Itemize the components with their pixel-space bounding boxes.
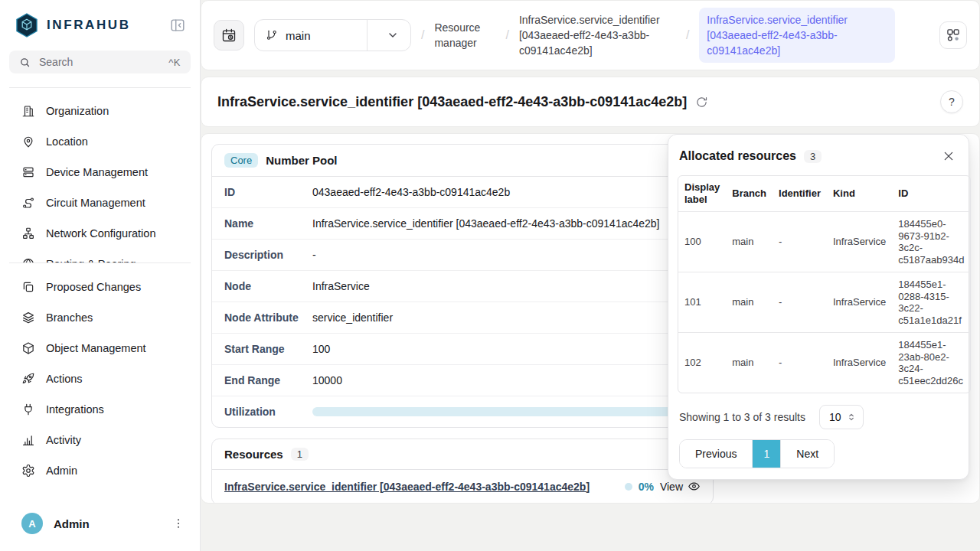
eye-icon: [688, 480, 701, 493]
schema-visualizer-button[interactable]: [939, 21, 967, 49]
sidebar-item-label: Integrations: [46, 403, 104, 416]
sidebar-item-label: Actions: [46, 373, 83, 385]
chevron-up-down-icon: [847, 412, 856, 422]
resource-link[interactable]: InfraService.service_identifier [043aeae…: [224, 481, 590, 493]
sidebar: INFRAHUB Search ^K Organization Locatio: [0, 0, 201, 551]
sidebar-item-label: Device Management: [46, 166, 148, 178]
breadcrumb-separator: /: [421, 28, 424, 42]
sidebar-item-label: Network Configuration: [46, 227, 155, 240]
sidebar-item-activity[interactable]: Activity: [0, 425, 200, 455]
column-header: ID: [892, 176, 970, 211]
refresh-button[interactable]: [695, 96, 708, 109]
cell-identifier: -: [773, 272, 827, 332]
sidebar-item-proposed-changes[interactable]: Proposed Changes: [0, 272, 200, 302]
cell-display-label: 100: [678, 211, 726, 272]
help-button[interactable]: ?: [940, 90, 963, 113]
topbar: main / Resource manager / InfraService.s…: [201, 0, 980, 70]
sidebar-item-object-management[interactable]: Object Management: [0, 333, 200, 364]
column-header: Display label: [678, 176, 726, 211]
table-row[interactable]: 100 main - InfraService 184455e0-9673-91…: [678, 211, 970, 272]
gear-icon: [21, 464, 35, 478]
detail-label: Utilization: [224, 404, 312, 419]
current-page-button[interactable]: 1: [752, 440, 780, 468]
breadcrumb-current[interactable]: InfraService.service_identifier [043aeae…: [699, 8, 895, 63]
pagination-summary: Showing 1 to 3 of 3 results: [679, 411, 805, 423]
pagination-summary-row: Showing 1 to 3 of 3 results 10: [678, 393, 959, 439]
sidebar-item-circuit-management[interactable]: Circuit Management: [0, 187, 200, 218]
allocated-resources-table: Display label Branch Identifier Kind ID …: [678, 175, 971, 393]
resources-card: Resources 1 InfraService.service_identif…: [211, 439, 714, 504]
detail-label: Node Attribute: [224, 310, 312, 325]
detail-label: End Range: [224, 373, 312, 388]
page-title: InfraService.service_identifier [043aeae…: [217, 94, 687, 110]
page-size-select[interactable]: 10: [819, 405, 864, 429]
column-header: Kind: [827, 176, 892, 211]
breadcrumb-separator: /: [686, 28, 689, 42]
detail-label: ID: [224, 184, 312, 200]
sidebar-item-routing-peering[interactable]: Routing & Peering: [0, 249, 200, 262]
table-row[interactable]: 102 main - InfraService 184455e1-23ab-80…: [678, 332, 970, 393]
sidebar-item-label: Object Management: [46, 342, 146, 354]
close-icon: [942, 150, 955, 162]
resource-row-meta: 0% View: [625, 480, 701, 493]
previous-page-button[interactable]: Previous: [680, 440, 752, 468]
plug-icon: [21, 403, 35, 416]
detail-label: Node: [224, 279, 312, 294]
cell-identifier: -: [773, 211, 827, 272]
globe-icon: [21, 257, 35, 262]
breadcrumb-pool[interactable]: InfraService.service_identifier [043aeae…: [519, 12, 676, 58]
sidebar-nav-secondary: Proposed Changes Branches Object Managem…: [0, 263, 200, 486]
allocated-resources-panel: Allocated resources 3 Display label Bran…: [668, 134, 969, 480]
cell-kind: InfraService: [827, 211, 892, 272]
panel-header: Allocated resources 3: [678, 144, 959, 175]
server-icon: [21, 165, 35, 179]
view-label: View: [660, 481, 683, 493]
pagination-controls: Previous 1 Next: [679, 439, 835, 468]
branch-chevron[interactable]: [375, 29, 410, 41]
user-kebab-menu-button[interactable]: [169, 514, 188, 533]
workflow-icon: [946, 28, 961, 43]
table-row[interactable]: 101 main - InfraService 184455e1-0288-43…: [678, 272, 970, 332]
detail-label: Name: [224, 216, 312, 231]
cell-identifier: -: [773, 332, 827, 393]
next-page-button[interactable]: Next: [780, 440, 834, 468]
map-pin-icon: [21, 135, 35, 148]
branch-selector[interactable]: main: [254, 19, 411, 51]
chevron-down-icon: [387, 29, 399, 41]
breadcrumb-resource-manager[interactable]: Resource manager: [434, 20, 495, 51]
view-resource-button[interactable]: View: [660, 480, 701, 493]
sidebar-item-location[interactable]: Location: [0, 126, 200, 157]
time-travel-button[interactable]: [214, 20, 244, 51]
cell-branch: main: [726, 332, 773, 393]
sidebar-item-label: Admin: [46, 465, 77, 477]
close-panel-button[interactable]: [939, 147, 958, 165]
brand-wordmark: INFRAHUB: [47, 18, 131, 33]
sidebar-item-device-management[interactable]: Device Management: [0, 157, 200, 187]
sidebar-item-label: Organization: [46, 105, 109, 117]
sidebar-item-label: Location: [46, 135, 88, 148]
resource-utilization-percent: 0%: [639, 481, 654, 493]
sidebar-item-admin[interactable]: Admin: [0, 455, 200, 486]
cell-branch: main: [726, 272, 773, 332]
search-icon: [19, 57, 31, 68]
app-root: INFRAHUB Search ^K Organization Locatio: [0, 0, 980, 551]
diff-icon: [21, 280, 35, 294]
sidebar-item-label: Activity: [46, 434, 81, 446]
sidebar-item-organization[interactable]: Organization: [0, 96, 200, 126]
sidebar-item-network-configuration[interactable]: Network Configuration: [0, 218, 200, 249]
resource-row: InfraService.service_identifier [043aeae…: [212, 470, 713, 504]
sidebar-item-integrations[interactable]: Integrations: [0, 394, 200, 425]
sidebar-item-label: Proposed Changes: [46, 281, 141, 293]
sidebar-item-branches[interactable]: Branches: [0, 302, 200, 333]
collapse-sidebar-button[interactable]: [168, 15, 188, 35]
kebab-menu-icon: [172, 517, 185, 530]
sidebar-nav-primary: Organization Location Device Management …: [0, 88, 200, 262]
user-menu[interactable]: A Admin: [0, 502, 200, 551]
cube-icon: [21, 341, 35, 355]
breadcrumb-separator: /: [505, 28, 508, 42]
avatar: A: [21, 513, 43, 534]
content-area: Core Number Pool ID 043aeaed-eff2-4e43-a…: [201, 133, 980, 504]
sidebar-item-actions[interactable]: Actions: [0, 364, 200, 394]
search-input[interactable]: Search ^K: [9, 51, 191, 73]
divider: [367, 20, 368, 51]
